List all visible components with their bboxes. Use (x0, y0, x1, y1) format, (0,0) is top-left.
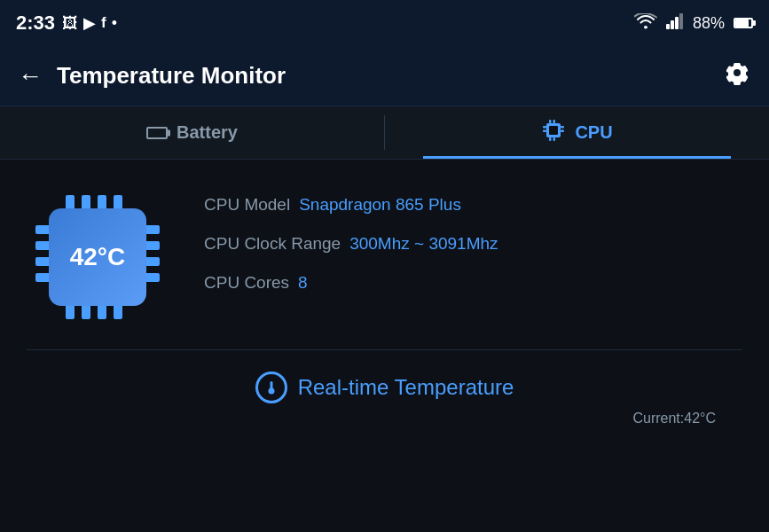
battery-percent: 88% (693, 14, 725, 33)
svg-rect-3 (679, 13, 683, 29)
svg-rect-14 (549, 126, 558, 135)
svg-rect-6 (553, 120, 556, 123)
dot-icon: • (112, 14, 117, 33)
thermometer-icon (255, 372, 287, 403)
youtube-icon: ▶ (83, 13, 96, 33)
battery-tab-icon (146, 127, 168, 139)
realtime-button[interactable]: Real-time Temperature (255, 372, 514, 403)
cpu-chip-body: 42°C (49, 208, 146, 306)
app-bar: ← Temperature Monitor (0, 46, 769, 106)
svg-rect-11 (543, 129, 546, 132)
section-divider (27, 349, 742, 350)
cpu-model-row: CPU Model Snapdragon 865 Plus (204, 195, 498, 215)
cpu-cores-label: CPU Cores (204, 273, 289, 293)
realtime-section: Real-time Temperature Current:42°C (27, 372, 742, 426)
battery-status-icon (734, 18, 753, 28)
current-temp-label: Current: (632, 411, 684, 426)
cpu-tab-icon (541, 118, 566, 148)
svg-rect-8 (549, 137, 552, 141)
svg-rect-5 (549, 120, 552, 123)
current-temp: Current:42°C (18, 411, 734, 426)
status-right: 88% (634, 13, 753, 34)
svg-rect-2 (675, 17, 679, 29)
status-icons: 🖼 ▶ f • (62, 13, 117, 33)
cpu-chip-graphic: 42°C (27, 186, 169, 328)
cpu-model-value: Snapdragon 865 Plus (299, 195, 461, 215)
svg-rect-12 (561, 126, 564, 129)
svg-rect-9 (553, 137, 556, 141)
cpu-clock-value: 300Mhz ~ 3091Mhz (349, 234, 498, 254)
gallery-icon: 🖼 (62, 14, 78, 33)
app-title: Temperature Monitor (57, 62, 286, 90)
facebook-icon: f (101, 14, 106, 32)
status-left: 2:33 🖼 ▶ f • (16, 12, 117, 35)
svg-rect-1 (671, 20, 674, 29)
back-button[interactable]: ← (18, 64, 43, 89)
cpu-temperature: 42°C (70, 243, 126, 271)
tabs-container: Battery CPU (0, 106, 769, 160)
signal-icon (666, 13, 684, 33)
cpu-clock-row: CPU Clock Range 300Mhz ~ 3091Mhz (204, 234, 498, 254)
cpu-details: CPU Model Snapdragon 865 Plus CPU Clock … (204, 186, 498, 293)
cpu-model-label: CPU Model (204, 195, 290, 215)
settings-button[interactable] (723, 59, 751, 93)
cpu-info-section: 42°C CPU Model Snapdragon 865 Plus CPU C… (27, 186, 742, 328)
main-content: 42°C CPU Model Snapdragon 865 Plus CPU C… (0, 160, 769, 444)
realtime-label: Real-time Temperature (298, 375, 514, 400)
current-temp-value: 42°C (684, 411, 716, 426)
svg-rect-10 (543, 126, 546, 129)
svg-rect-0 (666, 24, 670, 29)
svg-rect-16 (270, 381, 272, 391)
app-bar-left: ← Temperature Monitor (18, 62, 286, 90)
cpu-cores-row: CPU Cores 8 (204, 273, 498, 293)
cpu-cores-value: 8 (298, 273, 308, 293)
status-time: 2:33 (16, 12, 55, 35)
cpu-clock-label: CPU Clock Range (204, 234, 341, 254)
wifi-icon (634, 13, 657, 34)
svg-rect-13 (561, 129, 564, 132)
tab-battery-label: Battery (177, 122, 238, 143)
tab-battery[interactable]: Battery (0, 106, 384, 159)
status-bar: 2:33 🖼 ▶ f • 88% (0, 0, 769, 46)
tab-cpu[interactable]: CPU (385, 106, 769, 159)
tab-cpu-label: CPU (575, 122, 612, 143)
